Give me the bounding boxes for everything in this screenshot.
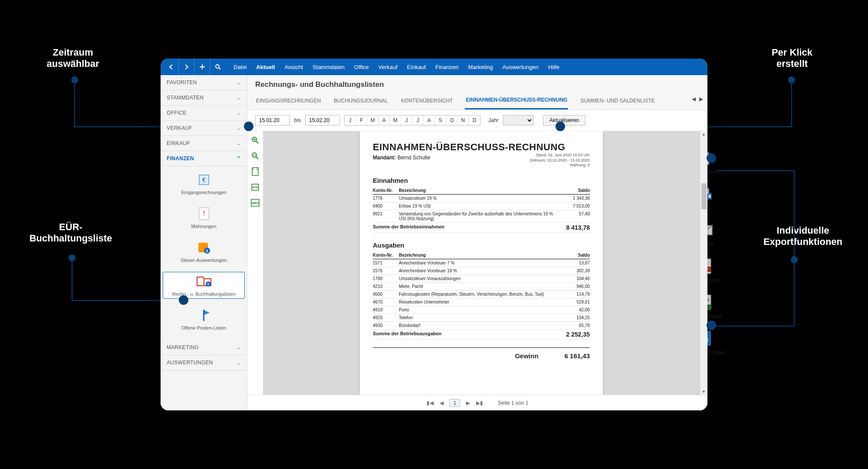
sidebar-item-euro[interactable]: €Eingangsrechnungen — [163, 171, 244, 197]
table-row: 4910Porto42,00 — [373, 306, 590, 314]
month-btn-6[interactable]: J — [401, 116, 412, 125]
back-button[interactable] — [163, 59, 179, 75]
tab-buchungsjournal[interactable]: BUCHUNGSJOURNAL — [333, 93, 389, 109]
menu-item-stammdaten[interactable]: Stammdaten — [312, 64, 345, 70]
pager-page[interactable]: 1 — [450, 399, 460, 407]
book-icon: € — [195, 274, 213, 289]
euro-icon: € — [195, 172, 213, 187]
table-row: 1576Anrechenbare Vorsteuer 19 %302,39 — [373, 267, 590, 275]
pager-prev[interactable]: ◀ — [440, 400, 444, 406]
callout-line — [72, 261, 72, 301]
month-btn-9[interactable]: S — [435, 116, 446, 125]
sidebar-section-office[interactable]: OFFICE⌄ — [161, 106, 247, 121]
date-from-input[interactable] — [255, 115, 290, 126]
sidebar-item-book[interactable]: €Rechn.- u. Buchhaltungslisten — [163, 272, 244, 298]
ausgaben-table: Konto-Nr. Bezeichnung Saldo 1571Anrechen… — [373, 251, 590, 340]
sidebar-section-stammdaten[interactable]: STAMMDATEN⌄ — [161, 90, 247, 106]
month-btn-8[interactable]: A — [424, 116, 435, 125]
table-row: 4210Miete, Pacht945,00 — [373, 283, 590, 291]
forward-button[interactable] — [179, 59, 194, 75]
menu-item-office[interactable]: Office — [354, 64, 369, 70]
add-button[interactable] — [194, 59, 210, 75]
year-select[interactable] — [503, 115, 533, 126]
menu-item-verkauf[interactable]: Verkauf — [378, 64, 398, 70]
vertical-scrollbar[interactable] — [700, 131, 707, 395]
menu-item-einkauf[interactable]: Einkauf — [407, 64, 426, 70]
svg-text:100%: 100% — [251, 201, 260, 205]
sidebar-section-marketing[interactable]: MARKETING⌄ — [161, 340, 247, 355]
gewinn-row: Gewinn 6 161,43 — [373, 347, 590, 360]
einnahmen-header: Einnahmen — [373, 177, 590, 184]
month-picker: JFMAMJJASOND — [344, 115, 480, 126]
svg-text:€: € — [202, 176, 206, 183]
anchor-dot — [556, 122, 565, 131]
pager-next[interactable]: ▶ — [466, 400, 470, 406]
tabs-scroll-right[interactable]: ▶ — [699, 96, 703, 102]
menu-item-ansicht[interactable]: Ansicht — [285, 64, 303, 70]
ausgaben-sum-label: Summe der Betriebsausgaben — [373, 330, 555, 340]
menu-item-hilfe[interactable]: Hilfe — [548, 64, 559, 70]
month-btn-2[interactable]: F — [356, 116, 367, 125]
zoom-in-icon[interactable] — [250, 135, 260, 145]
svg-rect-32 — [203, 310, 204, 321]
sidebar-item-tax[interactable]: $Steuer-Auswertungen — [163, 238, 244, 264]
table-row: 8400Erlöse 19 % USt7 013,00 — [373, 202, 590, 210]
report-workarea: 100% EINNAHMEN-ÜBERSCHUSS-RECHNUNG Manda… — [247, 131, 707, 395]
month-btn-7[interactable]: J — [412, 116, 424, 125]
month-btn-1[interactable]: J — [345, 116, 356, 125]
table-row: 8921Verwendung von Gegenständen für Zwec… — [373, 210, 590, 223]
callout-dot — [788, 76, 795, 83]
report-viewport[interactable]: EINNAHMEN-ÜBERSCHUSS-RECHNUNG Mandant: B… — [263, 131, 700, 395]
month-btn-4[interactable]: A — [378, 116, 390, 125]
page-title: Rechnungs- und Buchhaltungslisten — [247, 75, 707, 92]
year-label: Jahr — [488, 117, 498, 123]
fit-page-icon[interactable] — [250, 167, 260, 176]
svg-line-21 — [219, 68, 220, 69]
menu-item-aktuell[interactable]: Aktuell — [256, 64, 275, 70]
einnahmen-sum-label: Summe der Betriebseinnahmen — [373, 223, 555, 233]
sidebar-section-verkauf[interactable]: VERKAUF⌄ — [161, 121, 247, 136]
pager-last[interactable]: ▶▮ — [476, 400, 483, 406]
anchor-dot — [179, 295, 188, 305]
svg-text:€: € — [207, 282, 209, 286]
sidebar-section-favoriten[interactable]: FAVORITEN⌄ — [161, 75, 247, 90]
col-konto: Konto-Nr. — [373, 187, 399, 195]
search-button[interactable] — [210, 59, 226, 75]
menu-item-auswertungen[interactable]: Auswertungen — [503, 64, 539, 70]
sidebar-section-finanzen[interactable]: FINANZEN⌃ — [161, 151, 247, 166]
tabs-scroll-left[interactable]: ◀ — [692, 96, 696, 102]
month-btn-5[interactable]: M — [390, 116, 401, 125]
sidebar: FAVORITEN⌄STAMMDATEN⌄OFFICE⌄VERKAUF⌄EINK… — [161, 75, 247, 410]
tab-konten-bersicht[interactable]: KONTENÜBERSICHT — [400, 93, 454, 109]
sidebar-section-einkauf[interactable]: EINKAUF⌄ — [161, 136, 247, 151]
sidebar-item-warn[interactable]: !Mahnungen — [163, 205, 244, 231]
col-saldo: Saldo — [555, 251, 590, 259]
menu-item-marketing[interactable]: Marketing — [468, 64, 493, 70]
month-btn-12[interactable]: D — [469, 116, 480, 125]
fit-width-icon[interactable] — [250, 182, 260, 192]
sidebar-item-flag[interactable]: Offene Posten-Listen — [163, 306, 244, 332]
tab-einnahmen-berschuss-rechnung[interactable]: EINNAHMEN-ÜBERSCHUSS-RECHNUNG — [465, 92, 568, 109]
filter-row: bis JFMAMJJASOND Jahr Aktualisieren — [247, 110, 707, 131]
menu-item-finanzen[interactable]: Finanzen — [435, 64, 458, 70]
scrollbar-thumb[interactable] — [701, 183, 707, 209]
date-to-input[interactable] — [305, 115, 340, 126]
month-btn-11[interactable]: N — [457, 116, 469, 125]
table-row: 4920Telefon134,25 — [373, 314, 590, 322]
callout-dot — [69, 254, 76, 261]
pager-first[interactable]: ▮◀ — [427, 400, 434, 406]
month-btn-3[interactable]: M — [367, 116, 378, 125]
sidebar-section-auswertungen[interactable]: AUSWERTUNGEN⌄ — [161, 355, 247, 370]
zoom-out-icon[interactable] — [250, 151, 260, 161]
tab-summen-und-saldenliste[interactable]: SUMMEN- UND SALDENLISTE — [579, 93, 655, 109]
col-bez: Bezeichnung — [399, 251, 555, 259]
tab-eingangsrechnungen[interactable]: EINGANGSRECHNUNGEN — [255, 93, 322, 109]
zoom-100-icon[interactable]: 100% — [250, 198, 260, 208]
table-row: 1571Anrechenbare Vorsteuer 7 %13,87 — [373, 259, 590, 267]
menu-item-datei[interactable]: Datei — [233, 64, 247, 70]
callout-timespan: Zeitraum auswählbar — [34, 47, 112, 69]
report-page: EINNAHMEN-ÜBERSCHUSS-RECHNUNG Mandant: B… — [360, 131, 603, 395]
month-btn-10[interactable]: O — [446, 116, 457, 125]
table-row: 4500Fahrzeugkosten (Reparaturen, Steuern… — [373, 291, 590, 298]
svg-rect-5 — [708, 195, 711, 198]
